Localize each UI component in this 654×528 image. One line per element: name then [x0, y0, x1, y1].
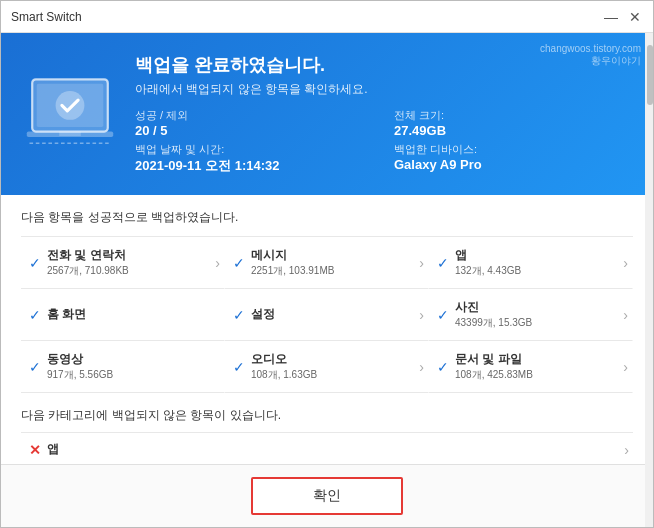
check-icon: ✓ — [233, 255, 245, 271]
item-name: 앱 — [455, 247, 617, 264]
success-value: 20 / 5 — [135, 123, 370, 138]
failed-items-list: ✕ 앱 › — [21, 432, 633, 464]
watermark-line1: changwoos.tistory.com — [540, 43, 641, 54]
arrow-icon[interactable]: › — [623, 359, 628, 375]
item-info: 문서 및 파일 108개, 425.83MB — [455, 351, 617, 382]
failed-section: 다음 카테고리에 백업되지 않은 항목이 있습니다. ✕ 앱 › — [21, 407, 633, 464]
date-label: 백업 날짜 및 시간: — [135, 142, 370, 157]
minimize-button[interactable]: — — [603, 9, 619, 25]
success-label: 성공 / 제외 — [135, 108, 370, 123]
fail-icon: ✕ — [29, 442, 41, 458]
app-window: Smart Switch — ✕ — [0, 0, 654, 528]
watermark: changwoos.tistory.com 황우이야기 — [540, 43, 641, 68]
item-size: 108개, 425.83MB — [455, 368, 617, 382]
item-size: 132개, 4.43GB — [455, 264, 617, 278]
arrow-icon[interactable]: › — [419, 359, 424, 375]
success-items-grid: ✓ 전화 및 연락처 2567개, 710.98KB › ✓ 메시지 2251개… — [21, 236, 633, 393]
item-size: 2251개, 103.91MB — [251, 264, 413, 278]
check-icon: ✓ — [437, 307, 449, 323]
item-info: 사진 43399개, 15.3GB — [455, 299, 617, 330]
device-value: Galaxy A9 Pro — [394, 157, 629, 172]
arrow-icon[interactable]: › — [623, 307, 628, 323]
arrow-icon[interactable]: › — [215, 255, 220, 271]
success-item: ✓ 홈 화면 — [21, 289, 225, 341]
success-item[interactable]: ✓ 사진 43399개, 15.3GB › — [429, 289, 633, 341]
check-icon: ✓ — [29, 307, 41, 323]
svg-point-2 — [56, 91, 85, 120]
svg-rect-4 — [59, 132, 81, 137]
watermark-line2: 황우이야기 — [540, 54, 641, 68]
laptop-icon — [25, 74, 115, 154]
item-name: 앱 — [47, 441, 618, 458]
failed-section-title: 다음 카테고리에 백업되지 않은 항목이 있습니다. — [21, 407, 633, 424]
check-icon: ✓ — [437, 255, 449, 271]
arrow-icon[interactable]: › — [623, 255, 628, 271]
total-value: 27.49GB — [394, 123, 629, 138]
item-size: 917개, 5.56GB — [47, 368, 220, 382]
footer: 확인 — [1, 464, 653, 527]
header-stats: 성공 / 제외 20 / 5 전체 크기: 27.49GB 백업 날짜 및 시간… — [135, 108, 629, 175]
success-section-title: 다음 항목을 성공적으로 백업하였습니다. — [21, 209, 633, 226]
success-item: ✓ 동영상 917개, 5.56GB — [21, 341, 225, 393]
arrow-icon[interactable]: › — [419, 307, 424, 323]
title-bar: Smart Switch — ✕ — [1, 1, 653, 33]
failed-item[interactable]: ✕ 앱 › — [21, 432, 633, 464]
window-title: Smart Switch — [11, 10, 82, 24]
success-item[interactable]: ✓ 문서 및 파일 108개, 425.83MB › — [429, 341, 633, 393]
item-name: 전화 및 연락처 — [47, 247, 209, 264]
total-label: 전체 크기: — [394, 108, 629, 123]
item-size: 43399개, 15.3GB — [455, 316, 617, 330]
header-text: 백업을 완료하였습니다. 아래에서 백업되지 않은 항목을 확인하세요. 성공 … — [135, 53, 629, 175]
device-label: 백업한 디바이스: — [394, 142, 629, 157]
stat-date: 백업 날짜 및 시간: 2021-09-11 오전 1:14:32 — [135, 142, 370, 175]
arrow-icon[interactable]: › — [419, 255, 424, 271]
check-icon: ✓ — [233, 307, 245, 323]
item-info: 설정 — [251, 306, 413, 323]
check-icon: ✓ — [233, 359, 245, 375]
item-info: 앱 132개, 4.43GB — [455, 247, 617, 278]
header-banner: 백업을 완료하였습니다. 아래에서 백업되지 않은 항목을 확인하세요. 성공 … — [1, 33, 653, 195]
main-content: 다음 항목을 성공적으로 백업하였습니다. ✓ 전화 및 연락처 2567개, … — [1, 195, 653, 464]
item-info: 동영상 917개, 5.56GB — [47, 351, 220, 382]
stat-device: 백업한 디바이스: Galaxy A9 Pro — [394, 142, 629, 175]
success-item[interactable]: ✓ 설정 › — [225, 289, 429, 341]
item-size: 2567개, 710.98KB — [47, 264, 209, 278]
item-name: 문서 및 파일 — [455, 351, 617, 368]
confirm-button[interactable]: 확인 — [251, 477, 403, 515]
item-size: 108개, 1.63GB — [251, 368, 413, 382]
item-name: 메시지 — [251, 247, 413, 264]
success-item[interactable]: ✓ 앱 132개, 4.43GB › — [429, 237, 633, 289]
success-item[interactable]: ✓ 전화 및 연락처 2567개, 710.98KB › — [21, 237, 225, 289]
item-name: 오디오 — [251, 351, 413, 368]
close-button[interactable]: ✕ — [627, 9, 643, 25]
date-value: 2021-09-11 오전 1:14:32 — [135, 157, 370, 175]
check-icon: ✓ — [437, 359, 449, 375]
item-info: 전화 및 연락처 2567개, 710.98KB — [47, 247, 209, 278]
item-name: 사진 — [455, 299, 617, 316]
scrollbar-track[interactable] — [645, 33, 653, 527]
banner-subtitle: 아래에서 백업되지 않은 항목을 확인하세요. — [135, 81, 629, 98]
success-item[interactable]: ✓ 오디오 108개, 1.63GB › — [225, 341, 429, 393]
item-info: 앱 — [47, 441, 618, 458]
stat-success: 성공 / 제외 20 / 5 — [135, 108, 370, 138]
item-info: 오디오 108개, 1.63GB — [251, 351, 413, 382]
item-name: 동영상 — [47, 351, 220, 368]
stat-total: 전체 크기: 27.49GB — [394, 108, 629, 138]
item-info: 메시지 2251개, 103.91MB — [251, 247, 413, 278]
item-name: 홈 화면 — [47, 306, 220, 323]
item-info: 홈 화면 — [47, 306, 220, 323]
window-controls: — ✕ — [603, 9, 643, 25]
check-icon: ✓ — [29, 255, 41, 271]
arrow-icon[interactable]: › — [624, 442, 629, 458]
scrollbar-thumb[interactable] — [647, 45, 653, 105]
check-icon: ✓ — [29, 359, 41, 375]
success-item[interactable]: ✓ 메시지 2251개, 103.91MB › — [225, 237, 429, 289]
item-name: 설정 — [251, 306, 413, 323]
